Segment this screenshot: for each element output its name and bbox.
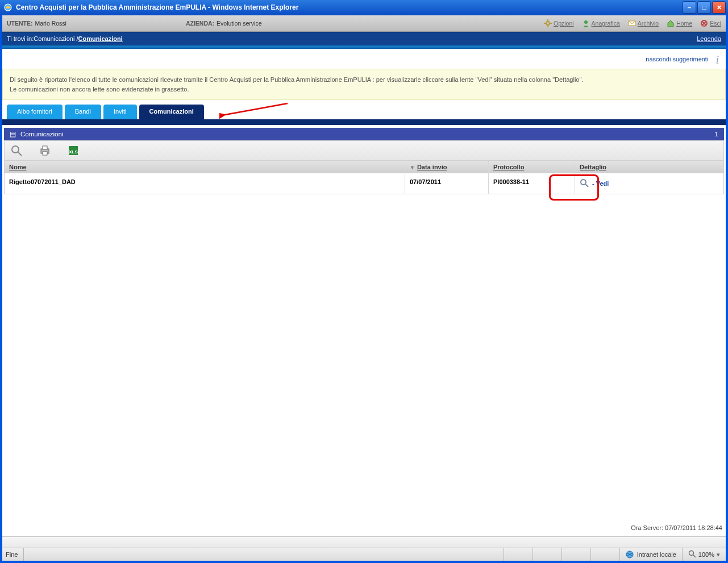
window-maximize-button[interactable]: □ — [697, 1, 711, 14]
mail-icon — [628, 19, 636, 27]
hints-line-2: Le comunicazioni non ancora lette sono e… — [10, 85, 718, 94]
server-time: Ora Server: 07/07/2011 18:28:44 — [631, 524, 722, 531]
link-opzioni[interactable]: Opzioni — [544, 19, 574, 27]
cell-protocollo: PI000338-11 — [489, 173, 575, 194]
section-title: Comunicazioni — [20, 131, 63, 137]
cell-data: 07/07/2011 — [405, 173, 489, 194]
svg-point-12 — [12, 146, 19, 153]
link-anagrafica[interactable]: Anagrafica — [582, 19, 620, 27]
cell-dettaglio: - Vedi — [575, 173, 723, 194]
link-legenda[interactable]: Legenda — [697, 35, 721, 42]
section-header: ▤ Comunicazioni 1 — [4, 128, 724, 140]
xp-window: Centro Acquisti per la Pubblica Amminist… — [0, 0, 728, 563]
footer-divider — [2, 536, 726, 548]
search-icon[interactable] — [10, 144, 23, 157]
svg-rect-16 — [43, 152, 47, 155]
status-seg-3 — [561, 548, 590, 561]
utente-label: UTENTE: — [7, 20, 33, 27]
vedi-link[interactable]: - Vedi — [580, 178, 609, 189]
status-zoom[interactable]: 100% ▾ — [682, 548, 726, 561]
window-close-button[interactable]: ✕ — [712, 1, 726, 14]
grid: Nome ▼Data invio Protocollo Dettaglio Ri… — [4, 161, 724, 194]
magnifier-icon — [580, 178, 589, 189]
azienda-label: AZIENDA: — [186, 20, 214, 27]
hints-bar: nascondi suggerimenti i — [2, 49, 726, 69]
svg-text:XLS: XLS — [69, 149, 78, 155]
status-spacer — [23, 548, 503, 561]
section-count: 1 — [715, 131, 718, 137]
col-data[interactable]: ▼Data invio — [405, 161, 489, 173]
tab-bandi[interactable]: Bandi — [65, 105, 101, 119]
status-seg-2 — [533, 548, 561, 561]
hide-hints-link[interactable]: nascondi suggerimenti — [646, 56, 708, 62]
gear-icon — [544, 19, 552, 27]
grid-toolbar: XLS — [4, 140, 724, 161]
svg-line-20 — [585, 184, 588, 187]
status-seg-1 — [504, 548, 533, 561]
tab-inviti[interactable]: Inviti — [103, 105, 137, 119]
svg-rect-15 — [43, 146, 47, 149]
cell-nome: Rigetto07072011_DAD — [5, 173, 405, 194]
zoom-icon — [688, 550, 696, 559]
tab-strip — [2, 119, 726, 125]
svg-line-11 — [225, 103, 288, 115]
tabs: Albo fornitori Bandi Inviti Comunicazion… — [2, 100, 726, 119]
tab-albo[interactable]: Albo fornitori — [7, 105, 63, 119]
section-icon: ▤ — [10, 130, 16, 138]
svg-line-23 — [693, 555, 696, 557]
window-minimize-button[interactable]: – — [683, 1, 696, 14]
person-icon — [582, 19, 590, 27]
hints-line-1: Di seguito è riportato l'elenco di tutte… — [10, 75, 718, 85]
ie-statusbar: Fine Intranet locale 100% ▾ — [2, 548, 726, 561]
home-icon — [667, 19, 675, 27]
breadcrumb: Ti trovi in: Comunicazioni / Comunicazio… — [2, 32, 726, 45]
grid-header-row: Nome ▼Data invio Protocollo Dettaglio — [5, 161, 723, 173]
svg-line-13 — [18, 152, 22, 156]
link-esci[interactable]: Esci — [700, 19, 721, 27]
app-frame: UTENTE: Mario Rossi AZIENDA: Evolution s… — [2, 15, 726, 561]
annotation-arrow — [219, 100, 293, 122]
status-text: Fine — [2, 548, 23, 561]
col-dettaglio[interactable]: Dettaglio — [575, 161, 723, 173]
link-home[interactable]: Home — [667, 19, 692, 27]
status-seg-4 — [590, 548, 619, 561]
svg-point-1 — [546, 22, 550, 25]
print-icon[interactable] — [39, 144, 51, 157]
zoom-dropdown-icon[interactable]: ▾ — [717, 551, 720, 558]
svg-point-19 — [581, 180, 586, 185]
excel-export-icon[interactable]: XLS — [67, 144, 80, 157]
window-titlebar[interactable]: Centro Acquisti per la Pubblica Amminist… — [0, 0, 728, 15]
breadcrumb-prefix: Ti trovi in: — [7, 35, 34, 42]
table-row[interactable]: Rigetto07072011_DAD 07/07/2011 PI000338-… — [5, 173, 723, 194]
ie-icon — [3, 3, 13, 12]
utente-value: Mario Rossi — [35, 20, 66, 27]
breadcrumb-path: Comunicazioni / — [34, 35, 78, 42]
exit-icon — [700, 19, 708, 27]
col-nome[interactable]: Nome — [5, 161, 405, 173]
globe-icon — [626, 551, 634, 558]
sort-desc-icon: ▼ — [410, 165, 415, 170]
azienda-value: Evolution service — [217, 20, 261, 27]
status-zone[interactable]: Intranet locale — [619, 548, 682, 561]
svg-point-6 — [584, 20, 588, 24]
tab-comunicazioni[interactable]: Comunicazioni — [139, 105, 204, 119]
breadcrumb-current[interactable]: Comunicazioni — [78, 35, 123, 42]
info-icon: i — [715, 53, 719, 66]
svg-point-22 — [689, 551, 693, 556]
infobar: UTENTE: Mario Rossi AZIENDA: Evolution s… — [2, 15, 726, 32]
hints-box: Di seguito è riportato l'elenco di tutte… — [2, 69, 726, 100]
window-title: Centro Acquisti per la Pubblica Amminist… — [16, 3, 298, 11]
col-protocollo[interactable]: Protocollo — [489, 161, 575, 173]
link-archivio[interactable]: Archivio — [628, 19, 659, 27]
